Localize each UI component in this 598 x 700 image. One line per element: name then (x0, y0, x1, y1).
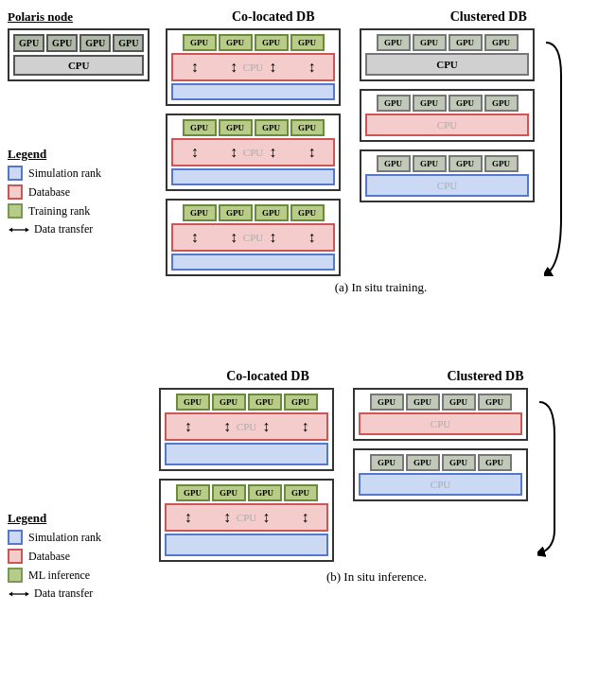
sim-band-r1 (171, 83, 335, 100)
colocated-row3-a: GPU GPU GPU GPU ↕ ↕ ↕ ↕ (166, 199, 341, 276)
cluster-b-cpu2: CPU (359, 473, 522, 496)
c-gpu7: GPU (448, 95, 483, 112)
c-gpu1: GPU (377, 34, 411, 51)
main-container: Polaris node GPU GPU GPU GPU CPU Legend … (0, 0, 598, 700)
b-gpu2: GPU (212, 394, 246, 411)
both-cols-a: GPU GPU GPU GPU ↕ ↕ ↕ ↕ (166, 28, 596, 276)
col-headers-b: Co-located DB Clustered DB (159, 369, 594, 384)
gpu4-r3: GPU (290, 204, 325, 221)
gpu4: GPU (290, 34, 325, 51)
db-band-r1: ↕ ↕ ↕ ↕ CPU (171, 53, 335, 81)
svg-marker-5 (9, 591, 12, 596)
cb-gpu2: GPU (406, 394, 440, 411)
gpu3-r3: GPU (255, 204, 289, 221)
b-arr7: ↕ (262, 509, 270, 526)
arr1: ↕ (191, 59, 199, 76)
clustered-col-b: GPU GPU GPU GPU CPU GPU GPU GPU GPU (353, 388, 537, 562)
c-gpu4: GPU (484, 34, 519, 51)
c-gpu2: GPU (413, 34, 447, 51)
caption-a: (a) In situ training. (166, 280, 596, 295)
arr3-r2: ↕ (269, 144, 276, 161)
gpu1-r3: GPU (183, 204, 217, 221)
db-band-b2: ↕ ↕ ↕ ↕ CPU (165, 503, 328, 532)
diagrams-a: GPU GPU GPU GPU ↕ ↕ ↕ ↕ (166, 28, 596, 295)
gpu-row-b2: GPU GPU GPU GPU (165, 484, 328, 501)
b-gpu4: GPU (284, 394, 318, 411)
b-gpu8: GPU (284, 484, 318, 501)
gpu-row-b1: GPU GPU GPU GPU (165, 394, 328, 411)
gpu4-r2: GPU (290, 119, 325, 136)
cpu-text-db2: CPU (243, 147, 263, 158)
b-gpu3: GPU (248, 394, 282, 411)
svg-marker-1 (26, 227, 28, 232)
sim-text-r2 (252, 172, 254, 182)
cluster-curve-a (544, 28, 563, 276)
c-gpu3: GPU (448, 34, 483, 51)
colocated-b-row2: GPU GPU GPU GPU ↕ ↕ ↕ ↕ CPU (159, 479, 334, 562)
cluster-cpu2: CPU (365, 114, 529, 136)
db-band-r2: ↕ ↕ ↕ ↕ CPU (171, 138, 335, 166)
section-b: Co-located DB Clustered DB GPU GPU GPU G… (8, 369, 594, 585)
c-gpu9: GPU (377, 155, 411, 172)
arrow-icon (8, 224, 30, 236)
b-gpu6: GPU (212, 484, 246, 501)
b-arr5: ↕ (185, 509, 192, 526)
cpu-text-b1: CPU (237, 421, 256, 432)
polaris-gpu-1: GPU (13, 34, 44, 52)
db-band-b1: ↕ ↕ ↕ ↕ CPU (165, 412, 328, 441)
clustered-col-a: GPU GPU GPU GPU CPU GPU GPU GPU (360, 28, 544, 276)
cb-gpu3: GPU (442, 394, 476, 411)
db-color-box (8, 184, 23, 200)
legend1-sim: Simulation rank (8, 166, 159, 181)
b-gpu7: GPU (248, 484, 282, 501)
sim-band-r2 (171, 168, 335, 185)
cluster-b-cpu1: CPU (359, 412, 522, 435)
c-gpu8: GPU (484, 95, 519, 112)
cpu-text-db1: CPU (243, 61, 263, 73)
arr2-r3: ↕ (230, 229, 237, 246)
datatransfer-label: Data transfer (34, 222, 93, 236)
cb-gpu5: GPU (370, 454, 404, 471)
arr1-r3: ↕ (191, 229, 199, 246)
gpu1: GPU (183, 34, 217, 51)
cluster-curve-b (537, 388, 556, 562)
polaris-gpu-4: GPU (113, 34, 144, 52)
legend1: Legend Simulation rank Database Training… (8, 147, 159, 240)
col-header-colocated-b: Co-located DB (176, 369, 361, 384)
gpu2-r2: GPU (219, 119, 253, 136)
col-header-colocated-a: Co-located DB (184, 9, 363, 25)
colocated-row2-a: GPU GPU GPU GPU ↕ ↕ ↕ ↕ (166, 114, 341, 191)
cluster-b-row1: GPU GPU GPU GPU CPU (353, 388, 528, 441)
train-label: Training rank (28, 204, 90, 219)
train-color-box (8, 203, 23, 219)
gpu3-r2: GPU (255, 119, 289, 136)
polaris-box: GPU GPU GPU GPU CPU (8, 28, 150, 81)
svg-marker-4 (26, 591, 28, 596)
db-band-r3: ↕ ↕ ↕ ↕ CPU (171, 223, 335, 252)
col-headers-a: Co-located DB Clustered DB (166, 9, 596, 25)
b-arr2: ↕ (223, 418, 231, 435)
legend1-title: Legend (8, 147, 159, 162)
cluster-row1-a: GPU GPU GPU GPU CPU (360, 28, 535, 81)
legend1-train: Training rank (8, 203, 159, 219)
b-arr4: ↕ (301, 418, 308, 435)
cluster-gpu-row1: GPU GPU GPU GPU (365, 34, 529, 51)
c-gpu11: GPU (448, 155, 483, 172)
cb-gpu1: GPU (370, 394, 404, 411)
cpu-text-db3: CPU (243, 232, 263, 243)
cb-gpu6: GPU (406, 454, 440, 471)
c-gpu10: GPU (413, 155, 447, 172)
gpu-row-r2: GPU GPU GPU GPU (171, 119, 335, 136)
polaris-title: Polaris node (8, 9, 159, 25)
arr4: ↕ (308, 59, 315, 76)
colocated-b-row1: GPU GPU GPU GPU ↕ ↕ ↕ ↕ CPU (159, 388, 334, 471)
b-arr6: ↕ (223, 509, 231, 526)
arrow2-icon (8, 588, 30, 600)
sim-band-b1 (165, 443, 328, 465)
b-gpu5: GPU (176, 484, 210, 501)
db-label: Database (28, 185, 70, 200)
legend1-db: Database (8, 184, 159, 200)
arr3: ↕ (269, 59, 276, 76)
c-gpu12: GPU (484, 155, 519, 172)
gpu-row-r3: GPU GPU GPU GPU (171, 204, 335, 221)
